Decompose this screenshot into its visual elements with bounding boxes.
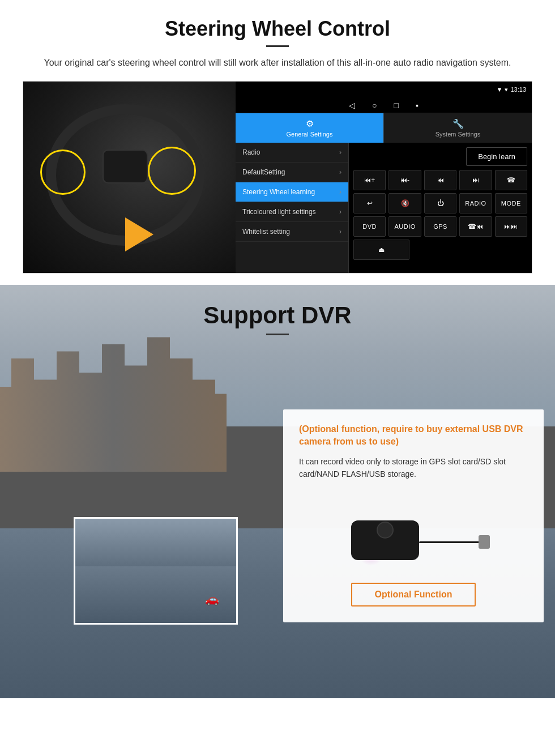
begin-learn-row: Begin learn [353,147,527,166]
ctrl-mode-button[interactable]: MODE [495,193,527,213]
ctrl-row-2: ↩ 🔇 ⏻ RADIO MODE [353,193,527,213]
tab-system-settings[interactable]: 🔧 System Settings [383,113,532,143]
recents-icon[interactable]: □ [394,101,399,110]
status-time: 13:13 [510,86,526,93]
chevron-icon: › [339,228,341,236]
cam-usb-connector [479,535,490,549]
menu-list: Radio › DefaultSetting › Steering Wheel … [236,143,349,273]
dvr-camera-illustration [334,492,493,571]
steering-photo [23,82,236,274]
menu-item-whitelist[interactable]: Whitelist setting › [236,222,348,242]
android-tabs: ⚙ General Settings 🔧 System Settings [236,113,532,143]
signal-icon: ▼ [497,86,503,93]
ctrl-mute-button[interactable]: 🔇 [388,193,421,213]
menu-default-label: DefaultSetting [242,168,285,176]
tab-general-settings[interactable]: ⚙ General Settings [236,113,383,143]
menu-icon[interactable]: ▪ [416,101,419,110]
mini-cars: 🚗 [205,592,219,606]
optional-function-button[interactable]: Optional Function [351,583,476,606]
ctrl-phone-prev-button[interactable]: ☎⏮ [459,216,492,237]
ctrl-row-3: DVD AUDIO GPS ☎⏮ ⏭⏭ [353,216,527,237]
ctrl-phone-button[interactable]: ☎ [495,170,527,190]
ctrl-eject-button[interactable]: ⏏ [353,240,409,260]
dvr-section: Support DVR 🚗 (Optional function, requir… [0,285,555,698]
title-divider [266,45,289,47]
steering-demo: ▼ ▾ 13:13 ◁ ○ □ ▪ ⚙ General Settings 🔧 [23,81,532,274]
ctrl-row-1: ⏮+ ⏮- ⏮ ⏭ ☎ [353,170,527,190]
ctrl-vol-down-button[interactable]: ⏮- [388,170,421,190]
cam-cable [419,541,487,543]
home-icon[interactable]: ○ [372,101,377,110]
status-icons: ▼ ▾ 13:13 [497,86,526,93]
menu-tricoloured-label: Tricoloured light settings [242,208,316,216]
ctrl-gps-button[interactable]: GPS [424,216,456,237]
dvr-description: It can record video only to storage in G… [299,455,528,481]
menu-radio-label: Radio [242,148,260,156]
menu-whitelist-label: Whitelist setting [242,228,290,236]
menu-steering-label: Steering Wheel learning [242,188,315,196]
dvr-title-area: Support DVR [0,285,555,335]
ctrl-audio-button[interactable]: AUDIO [388,216,421,237]
ctrl-next-next-button[interactable]: ⏭⏭ [495,216,527,237]
ctrl-prev-button[interactable]: ⏮ [424,170,456,190]
control-panel: Begin learn ⏮+ ⏮- ⏮ ⏭ ☎ ↩ 🔇 ⏻ [349,143,532,273]
tab-general-label: General Settings [287,131,333,138]
menu-item-radio[interactable]: Radio › [236,143,348,163]
chevron-icon: › [339,208,341,216]
ctrl-power-button[interactable]: ⏻ [424,193,456,213]
chevron-icon: › [339,168,341,176]
wifi-icon: ▾ [505,86,508,93]
android-panel: ▼ ▾ 13:13 ◁ ○ □ ▪ ⚙ General Settings 🔧 [236,82,532,273]
sw-arrow [125,217,153,251]
sw-highlight-left [40,150,86,195]
sw-center [103,150,148,183]
gear-icon: ⚙ [306,118,314,129]
dvr-optional-text: (Optional function, require to buy exter… [299,423,528,449]
ctrl-dvd-button[interactable]: DVD [353,216,386,237]
cam-body [351,520,419,560]
tab-system-label: System Settings [436,131,480,138]
dvr-title: Support DVR [0,302,555,329]
system-icon: 🔧 [452,118,464,129]
steering-section: Steering Wheel Control Your original car… [0,0,555,285]
ctrl-next-button[interactable]: ⏭ [459,170,492,190]
sw-highlight-right [148,147,196,195]
steering-title: Steering Wheel Control [23,17,532,41]
cam-lens [377,522,394,539]
dvr-info-card: (Optional function, require to buy exter… [283,409,544,622]
steering-subtitle: Your original car's steering wheel contr… [23,56,532,70]
android-navbar: ◁ ○ □ ▪ [236,97,532,113]
android-statusbar: ▼ ▾ 13:13 [236,82,532,97]
dvr-title-divider [266,334,289,335]
ctrl-radio-button[interactable]: RADIO [459,193,492,213]
android-content: Radio › DefaultSetting › Steering Wheel … [236,143,532,273]
ctrl-vol-up-button[interactable]: ⏮+ [353,170,386,190]
chevron-icon: › [339,148,341,156]
steering-wheel-bg [23,82,236,274]
ctrl-row-4: ⏏ [353,240,527,260]
begin-learn-button[interactable]: Begin learn [466,147,527,166]
menu-item-defaultsetting[interactable]: DefaultSetting › [236,163,348,182]
menu-item-steering-learning[interactable]: Steering Wheel learning › [236,182,348,202]
back-icon[interactable]: ◁ [349,101,355,110]
menu-item-tricoloured[interactable]: Tricoloured light settings › [236,202,348,222]
chevron-icon: › [339,188,341,196]
ctrl-hangup-button[interactable]: ↩ [353,193,386,213]
dvr-mini-screen: 🚗 [74,517,238,625]
